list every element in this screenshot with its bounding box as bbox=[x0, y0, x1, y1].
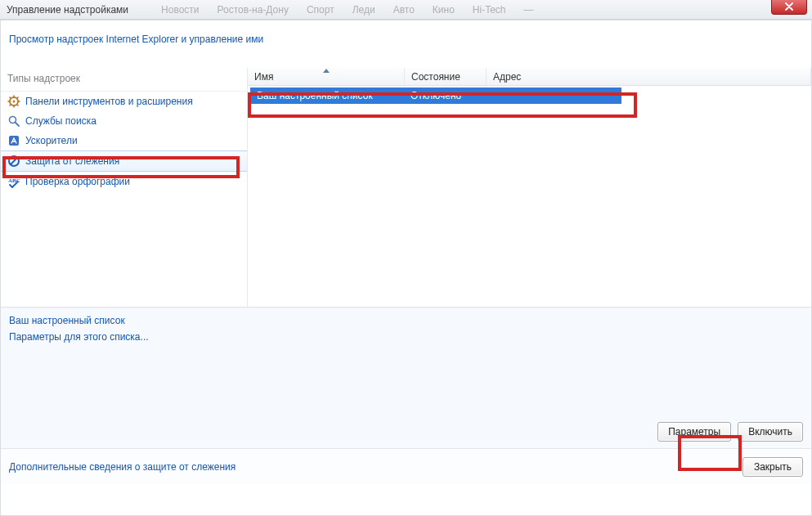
accelerator-icon bbox=[7, 134, 20, 147]
sidebar-item-toolbars[interactable]: Панели инструментов и расширения bbox=[1, 92, 247, 111]
sidebar-item-spellcheck[interactable]: ABC Проверка орфографии bbox=[1, 172, 247, 191]
spellcheck-icon: ABC bbox=[7, 175, 20, 188]
svg-line-11 bbox=[16, 123, 20, 127]
bg-tab: Спорт bbox=[307, 4, 334, 16]
bg-tab: Ростов-на-Дону bbox=[218, 4, 289, 16]
sidebar-item-label: Проверка орфографии bbox=[25, 175, 130, 188]
sidebar-item-label: Ускорители bbox=[25, 134, 78, 147]
list-header: Имя Состояние Адрес bbox=[248, 68, 811, 86]
sidebar-item-label: Защита от слежения bbox=[25, 155, 119, 168]
params-button[interactable]: Параметры bbox=[657, 422, 731, 442]
column-header-address[interactable]: Адрес bbox=[487, 68, 811, 85]
sidebar-item-label: Службы поиска bbox=[25, 114, 96, 128]
tracking-protection-icon bbox=[7, 155, 20, 168]
sidebar-item-search-providers[interactable]: Службы поиска bbox=[1, 111, 247, 131]
column-header-name[interactable]: Имя bbox=[248, 68, 405, 85]
title-bar: Управление надстройками Новости Ростов-н… bbox=[0, 0, 812, 20]
cell-name: Ваш настроенный список bbox=[250, 90, 404, 101]
sidebar-item-tracking-protection[interactable]: Защита от слежения bbox=[1, 150, 247, 172]
detail-buttons: Параметры Включить bbox=[657, 422, 803, 442]
window-title: Управление надстройками bbox=[7, 4, 128, 16]
list-settings-link[interactable]: Параметры для этого списка... bbox=[9, 331, 149, 343]
svg-line-6 bbox=[10, 97, 11, 99]
column-label: Имя bbox=[254, 71, 273, 83]
detail-pane: Ваш настроенный список Параметры для это… bbox=[1, 307, 811, 448]
column-label: Адрес bbox=[493, 71, 521, 83]
window-close-button[interactable] bbox=[771, 0, 807, 15]
middle-pane: Типы надстроек Панели инструментов и рас… bbox=[1, 68, 811, 307]
svg-line-9 bbox=[10, 105, 11, 106]
close-icon bbox=[785, 2, 793, 13]
sidebar-item-label: Панели инструментов и расширения bbox=[25, 95, 193, 108]
sort-ascending-icon bbox=[323, 69, 330, 73]
svg-line-8 bbox=[17, 97, 19, 99]
bg-tab: Авто bbox=[393, 4, 415, 16]
search-icon bbox=[7, 114, 20, 128]
svg-point-1 bbox=[13, 101, 16, 103]
more-info-link[interactable]: Дополнительные сведения о защите от слеж… bbox=[9, 461, 236, 473]
detail-title: Ваш настроенный список bbox=[9, 315, 803, 326]
footer: Дополнительные сведения о защите от слеж… bbox=[1, 448, 811, 484]
addon-list-pane: Имя Состояние Адрес Ваш настроенный спис… bbox=[248, 68, 811, 307]
svg-text:ABC: ABC bbox=[8, 177, 20, 184]
list-row-selected[interactable]: Ваш настроенный список Отключено bbox=[250, 87, 621, 104]
sidebar: Типы надстроек Панели инструментов и рас… bbox=[1, 68, 248, 307]
column-header-status[interactable]: Состояние bbox=[405, 68, 487, 85]
close-button[interactable]: Закрыть bbox=[742, 457, 803, 477]
sidebar-title: Типы надстроек bbox=[1, 68, 247, 92]
background-tabs: Новости Ростов-на-Дону Спорт Леди Авто К… bbox=[161, 4, 533, 16]
column-label: Состояние bbox=[411, 71, 460, 83]
svg-line-14 bbox=[11, 158, 17, 164]
sidebar-item-accelerators[interactable]: Ускорители bbox=[1, 131, 247, 150]
bg-tab: Hi-Tech bbox=[473, 4, 506, 16]
bg-tab: Кино bbox=[433, 4, 455, 16]
enable-button[interactable]: Включить bbox=[738, 422, 803, 442]
dialog-body: Просмотр надстроек Internet Explorer и у… bbox=[0, 20, 812, 516]
bg-tab: Леди bbox=[352, 4, 375, 16]
gear-icon bbox=[7, 95, 20, 108]
header-description-link[interactable]: Просмотр надстроек Internet Explorer и у… bbox=[9, 34, 263, 45]
bg-tab: Новости bbox=[161, 4, 199, 16]
bg-tab: — bbox=[524, 4, 534, 16]
header-area: Просмотр надстроек Internet Explorer и у… bbox=[1, 20, 811, 68]
cell-status: Отключено bbox=[404, 90, 486, 101]
svg-line-7 bbox=[17, 105, 19, 106]
